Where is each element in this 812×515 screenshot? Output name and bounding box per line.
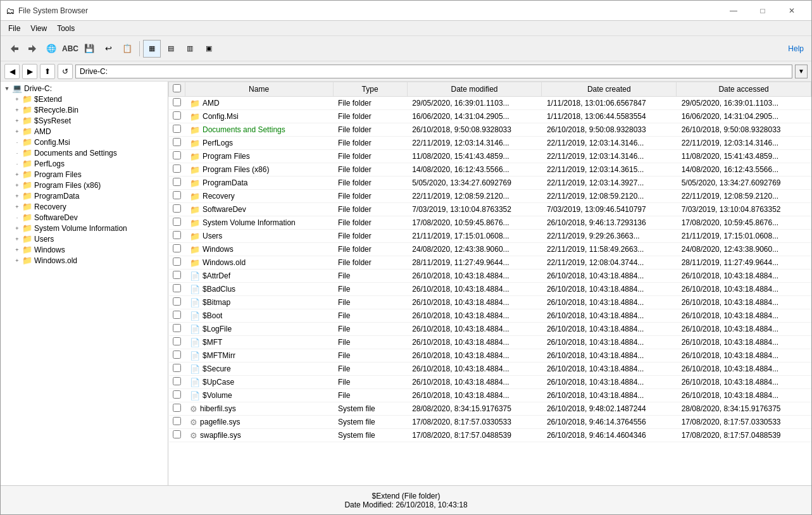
row-check[interactable]: [169, 336, 185, 349]
tree-item-amd[interactable]: + 📁 AMD: [11, 126, 168, 137]
row-checkbox[interactable]: [173, 218, 181, 226]
row-check[interactable]: [169, 389, 185, 402]
tree-item-configmsi[interactable]: · 📁 Config.Msi: [11, 137, 168, 147]
row-checkbox[interactable]: [173, 404, 181, 412]
row-check[interactable]: [169, 256, 185, 270]
tree-root[interactable]: ▼ 💻 Drive-C:: [1, 83, 168, 94]
table-row[interactable]: 📄 $UpCase File 26/10/2018, 10:43:18.4884…: [169, 376, 811, 389]
table-row[interactable]: 📁 Recovery File folder 22/11/2019, 12:08…: [169, 190, 811, 203]
row-checkbox[interactable]: [173, 297, 181, 306]
toolbar-view4-button[interactable]: ▣: [200, 40, 218, 58]
tree-item-perflogs[interactable]: · 📁 PerfLogs: [11, 158, 168, 169]
table-row[interactable]: 📄 $MFT File 26/10/2018, 10:43:18.4884...…: [169, 336, 811, 349]
tree-item-programdata[interactable]: + 📁 ProgramData: [11, 190, 168, 201]
row-check[interactable]: [169, 283, 185, 296]
row-check[interactable]: [169, 123, 185, 137]
toolbar-text-button[interactable]: ABC: [61, 40, 79, 58]
windows-expand-icon[interactable]: +: [12, 247, 22, 253]
row-check[interactable]: [169, 402, 185, 416]
amd-expand-icon[interactable]: +: [12, 128, 22, 135]
row-check[interactable]: [169, 163, 185, 177]
row-check[interactable]: [169, 349, 185, 363]
tree-item-programfilesx86[interactable]: + 📁 Program Files (x86): [11, 180, 168, 190]
col-header-created[interactable]: Date created: [542, 82, 677, 97]
table-row[interactable]: 📄 $Bitmap File 26/10/2018, 10:43:18.4884…: [169, 296, 811, 309]
table-row[interactable]: 📁 Config.Msi File folder 16/06/2020, 14:…: [169, 110, 811, 123]
row-check[interactable]: [169, 429, 185, 442]
nav-refresh-button[interactable]: ↺: [58, 64, 73, 79]
row-check[interactable]: [169, 230, 185, 243]
tree-item-softwaredev[interactable]: · 📁 SoftwareDev: [11, 212, 168, 223]
table-row[interactable]: 📁 Users File folder 21/11/2019, 17:15:01…: [169, 230, 811, 243]
table-row[interactable]: 📁 SoftwareDev File folder 7/03/2019, 13:…: [169, 203, 811, 216]
toolbar-drive-button[interactable]: 💾: [80, 40, 98, 58]
row-check[interactable]: [169, 243, 185, 256]
row-checkbox[interactable]: [173, 390, 181, 399]
address-input[interactable]: [75, 65, 792, 78]
row-check[interactable]: [169, 216, 185, 230]
programdata-expand-icon[interactable]: +: [12, 193, 22, 199]
recovery-expand-icon[interactable]: +: [12, 204, 22, 210]
nav-back-button[interactable]: ◀: [4, 64, 20, 79]
row-checkbox[interactable]: [173, 364, 181, 372]
row-check[interactable]: [169, 177, 185, 190]
row-checkbox[interactable]: [173, 258, 181, 266]
close-button[interactable]: ✕: [777, 1, 806, 21]
row-checkbox[interactable]: [173, 111, 181, 120]
row-check[interactable]: [169, 376, 185, 389]
row-checkbox[interactable]: [173, 151, 181, 159]
table-row[interactable]: 📁 Program Files File folder 11/08/2020, …: [169, 150, 811, 163]
row-check[interactable]: [169, 416, 185, 429]
users-expand-icon[interactable]: +: [12, 236, 22, 242]
sysvolinfo-expand-icon[interactable]: +: [12, 225, 22, 232]
row-check[interactable]: [169, 97, 185, 110]
windowsold-expand-icon[interactable]: +: [12, 258, 22, 264]
row-checkbox[interactable]: [173, 231, 181, 239]
maximize-button[interactable]: □: [748, 1, 777, 21]
row-checkbox[interactable]: [173, 204, 181, 213]
tree-item-windows[interactable]: + 📁 Windows: [11, 244, 168, 255]
table-row[interactable]: 📄 $Boot File 26/10/2018, 10:43:18.4884..…: [169, 309, 811, 323]
recyclebin-expand-icon[interactable]: +: [12, 107, 22, 113]
row-check[interactable]: [169, 309, 185, 323]
table-row[interactable]: 📁 ProgramData File folder 5/05/2020, 13:…: [169, 177, 811, 190]
extend-expand-icon[interactable]: +: [12, 96, 22, 102]
tree-item-recyclebin[interactable]: + 📁 $Recycle.Bin: [11, 104, 168, 115]
table-row[interactable]: 📄 $Volume File 26/10/2018, 10:43:18.4884…: [169, 389, 811, 402]
nav-up-button[interactable]: ⬆: [40, 64, 55, 79]
toolbar-globe-button[interactable]: 🌐: [42, 40, 60, 58]
table-row[interactable]: 📄 $AttrDef File 26/10/2018, 10:43:18.488…: [169, 270, 811, 283]
row-checkbox[interactable]: [173, 244, 181, 252]
row-checkbox[interactable]: [173, 324, 181, 332]
row-checkbox[interactable]: [173, 337, 181, 345]
row-checkbox[interactable]: [173, 178, 181, 186]
row-checkbox[interactable]: [173, 284, 181, 292]
toolbar-view1-button[interactable]: ▦: [143, 40, 161, 58]
row-checkbox[interactable]: [173, 271, 181, 279]
minimize-button[interactable]: —: [719, 1, 748, 21]
programfiles-expand-icon[interactable]: +: [12, 171, 22, 178]
tree-item-windowsold[interactable]: + 📁 Windows.old: [11, 255, 168, 266]
docsettings-expand-icon[interactable]: ·: [12, 150, 22, 156]
programfilesx86-expand-icon[interactable]: +: [12, 182, 22, 189]
row-check[interactable]: [169, 203, 185, 216]
toolbar-back-button[interactable]: [4, 40, 22, 58]
table-row[interactable]: 📁 System Volume Information File folder …: [169, 216, 811, 230]
col-header-modified[interactable]: Date modified: [407, 82, 542, 97]
menu-view[interactable]: View: [25, 23, 52, 34]
tree-item-programfiles[interactable]: + 📁 Program Files: [11, 169, 168, 180]
row-checkbox[interactable]: [173, 430, 181, 438]
row-checkbox[interactable]: [173, 191, 181, 199]
configmsi-expand-icon[interactable]: ·: [12, 139, 22, 146]
softwaredev-expand-icon[interactable]: ·: [12, 214, 22, 221]
col-header-accessed[interactable]: Date accessed: [677, 82, 811, 97]
col-header-type[interactable]: Type: [333, 82, 407, 97]
table-row[interactable]: 📄 $LogFile File 26/10/2018, 10:43:18.488…: [169, 323, 811, 336]
table-row[interactable]: ⚙ pagefile.sys System file 17/08/2020, 8…: [169, 416, 811, 429]
row-checkbox[interactable]: [173, 351, 181, 359]
row-checkbox[interactable]: [173, 138, 181, 146]
table-row[interactable]: 📁 Program Files (x86) File folder 14/08/…: [169, 163, 811, 177]
table-row[interactable]: 📁 Windows File folder 24/08/2020, 12:43:…: [169, 243, 811, 256]
row-checkbox[interactable]: [173, 377, 181, 385]
table-row[interactable]: 📁 Windows.old File folder 28/11/2019, 11…: [169, 256, 811, 270]
